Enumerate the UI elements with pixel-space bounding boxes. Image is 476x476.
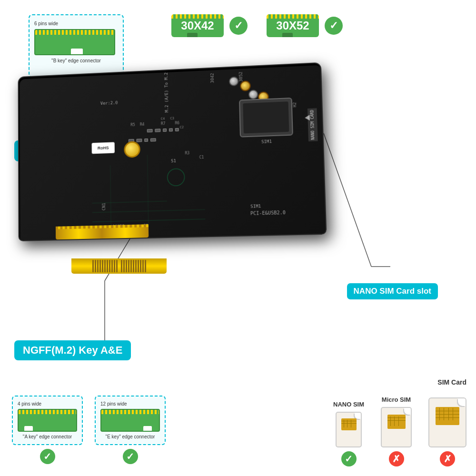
sim-type-micro: Micro SIM ✗: [381, 396, 412, 466]
pin: [130, 260, 132, 272]
pin: [133, 260, 134, 272]
pin: [116, 260, 118, 272]
pcb-c1: C1: [199, 155, 204, 159]
bkey-pins: [35, 30, 114, 35]
pcb-r7: R7: [161, 121, 166, 126]
sim-corner: [404, 408, 411, 415]
svg-line-6: [92, 219, 205, 222]
pin: [111, 260, 113, 272]
akey-card: [18, 409, 77, 432]
edge-connector-gold: [56, 224, 149, 239]
pin: [142, 260, 144, 272]
size-label-3042: 30X42: [171, 14, 224, 37]
check-3042: ✓: [229, 17, 248, 35]
svg-line-9: [110, 165, 111, 226]
sim-slot-component: [239, 98, 293, 138]
pcb-board-wrapper: M.2 (A/E) To M.2 (B) Adapter Ver:2.0 PCI…: [14, 67, 347, 271]
pin: [97, 260, 99, 272]
ekey-pin-label: 12 pins wide: [100, 401, 160, 407]
size-badges: 30X42 ✓ 30X52 ✓: [171, 14, 343, 37]
size-card-notch-3052: [282, 33, 293, 37]
ekey-diagram: 12 pins wide "E key" edge connector ✓: [95, 396, 166, 464]
rohs-label: RoHS: [91, 142, 115, 154]
smd-2: [155, 129, 160, 132]
pcb-adapter-label: M.2 (A/E) To M.2 (B) Adapter: [163, 62, 169, 113]
pcb-r5: R5: [130, 123, 135, 127]
akey-pins: [19, 410, 76, 414]
ekey-connector-label: "E key" edge connector: [100, 434, 160, 439]
sim-nano-label: NANO SIM: [333, 401, 364, 408]
chip-line-v: [390, 416, 391, 426]
pcb-sim1: SIM1: [250, 204, 261, 209]
svg-line-7: [92, 209, 205, 212]
smd-9: [150, 138, 156, 141]
smd-1: [147, 129, 153, 132]
chip-line-v: [444, 408, 444, 420]
pin: [107, 260, 108, 272]
chip-line-v: [351, 420, 351, 427]
pcb-r6: R6: [175, 121, 179, 125]
pcb-3042-mark: 3042: [210, 73, 215, 83]
size-badge-3042: 30X42 ✓: [171, 14, 248, 37]
size-card-notch-3042: [187, 33, 198, 37]
pin: [145, 260, 146, 272]
akey-diagram: 4 pins wide "A key" edge connector ✓: [12, 396, 83, 464]
pcb-3052-mark: 3052: [238, 71, 244, 82]
chip-line-v: [448, 408, 449, 420]
sim-type-full: SIM Card ✗: [428, 393, 466, 466]
ekey-notch: [143, 426, 152, 431]
pcb-s1: S1: [171, 159, 176, 163]
smd-8: [144, 139, 148, 142]
pcb-version: Ver:2.0: [100, 100, 118, 106]
pin-gap: [119, 260, 120, 272]
pcb-cn1: CN1: [101, 203, 106, 210]
check-3052: ✓: [325, 17, 343, 35]
chip-line-v: [394, 416, 395, 426]
pcb-c4: C4: [161, 117, 165, 121]
svg-line-10: [148, 155, 149, 225]
akey-check: ✓: [40, 449, 55, 464]
ekey-pins: [101, 410, 159, 414]
akey-pin-label: 4 pins wide: [18, 401, 77, 407]
smd-4: [169, 128, 173, 131]
sim-card-full: [428, 397, 466, 447]
sim-card-top-label: SIM Card: [437, 378, 466, 386]
nano-sim-slot-label: NANO SIM Card slot: [347, 283, 438, 299]
nano-sim-arrow: [305, 115, 310, 120]
smd-5: [175, 128, 179, 131]
pin: [95, 260, 96, 272]
bkey-pin-label: 6 pins wide: [34, 21, 118, 26]
smd-7: [137, 139, 142, 142]
pcb-c3: C3: [170, 117, 174, 120]
pin: [135, 260, 137, 272]
nano-sim-card-pcb-label: NANO SIM CARD: [307, 109, 318, 141]
pcb-h2: H2: [292, 102, 298, 107]
chip-line-v: [453, 408, 453, 420]
sim-micro-label: Micro SIM: [382, 396, 411, 403]
pin: [109, 260, 110, 272]
size-card-pins-3052: [267, 14, 319, 19]
standoff-silver-2: [248, 89, 258, 99]
pin: [92, 260, 94, 272]
svg-point-11: [167, 169, 184, 186]
sim-types-section: NANO SIM ✓ Micro SIM: [333, 393, 466, 466]
akey-connector-label: "A key" edge connector: [18, 434, 77, 439]
ekey-diagram-box: 12 pins wide "E key" edge connector: [95, 396, 166, 445]
sim-corner: [355, 413, 361, 419]
size-card-pins-3042: [171, 14, 224, 19]
sim-nano-check: ✓: [341, 451, 357, 466]
standoff-silver-1: [229, 77, 238, 86]
pin: [126, 260, 127, 272]
sim-card-nano: [336, 412, 362, 447]
main-container: 6 pins wide "B key" edge connector 30X42…: [0, 0, 476, 476]
ekey-card: [100, 409, 160, 432]
yellow-dot-component: [124, 141, 140, 158]
edge-pins: [92, 260, 146, 272]
sim-card-micro: [381, 407, 412, 447]
key-diagrams-bottom: 4 pins wide "A key" edge connector ✓ 12 …: [12, 396, 166, 464]
pin: [123, 260, 125, 272]
akey-notch: [24, 426, 33, 431]
pin: [138, 260, 139, 272]
pcb-r4: R4: [140, 122, 145, 127]
size-badge-3052: 30X52 ✓: [267, 14, 343, 37]
